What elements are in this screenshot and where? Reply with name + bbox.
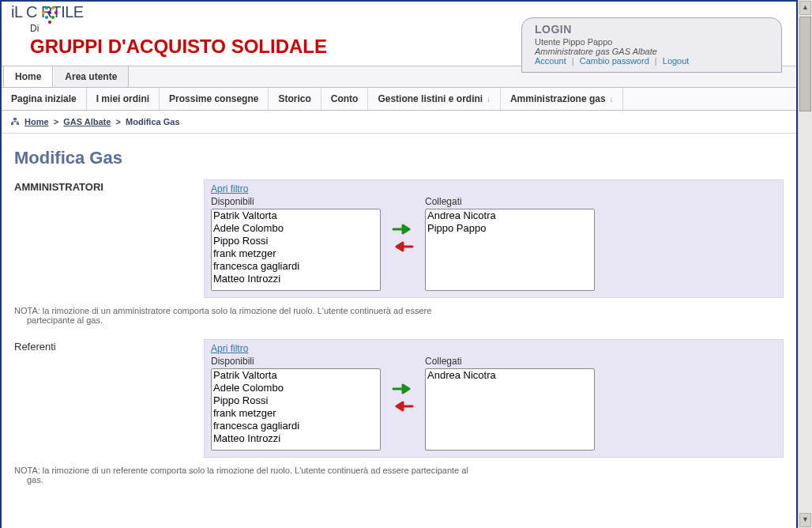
move-left-button[interactable] [392,400,414,413]
admins-linked-list[interactable]: Andrea NicotraPippo Pappo [425,209,595,291]
login-panel: LOGIN Utente Pippo Pappo Amministratore … [521,17,782,73]
crumb-gas[interactable]: GAS Albate [63,117,111,126]
subnav-miei-ordini[interactable]: I miei ordini [87,88,160,110]
refs-picker: Apri filtro Disponibili Patrik ValtortaA… [204,339,784,458]
available-label: Disponibili [211,196,381,207]
crumb-current: Modifica Gas [126,117,179,126]
logo-prefix: iL C [11,3,37,21]
open-filter-link[interactable]: Apri filtro [211,343,248,354]
refs-linked-list[interactable]: Andrea Nicotra [425,368,595,451]
login-user: Utente Pippo Pappo [535,37,772,47]
window-scrollbar[interactable]: ▲ ▼ [798,0,812,528]
tab-home[interactable]: Home [3,66,53,87]
move-right-button[interactable] [392,383,414,395]
breadcrumb: Home > GAS Albate > Modifica Gas [2,111,796,134]
admins-note: NOTA: la rimozione di un amministratore … [14,306,741,325]
svg-rect-0 [13,118,17,120]
login-heading: LOGIN [535,23,772,36]
chevron-down-icon: ↓ [484,95,491,104]
tab-area-utente[interactable]: Area utente [53,66,129,87]
subnav-gestione-listini[interactable]: Gestione listini e ordini ↓ [368,88,500,110]
account-link[interactable]: Account [535,56,566,66]
login-role: Amministratore gas GAS Albate [535,47,772,56]
svg-rect-2 [17,123,19,125]
subnav-conto[interactable]: Conto [321,88,369,110]
admins-available-list[interactable]: Patrik ValtortaAdele ColomboPippo Rossif… [211,209,381,291]
admins-picker: Apri filtro Disponibili Patrik ValtortaA… [204,179,784,298]
scroll-up-button[interactable]: ▲ [799,1,811,15]
move-left-button[interactable] [392,240,414,253]
chevron-down-icon: ↓ [607,95,614,104]
subnav-amministrazione-gas[interactable]: Amministrazione gas ↓ [501,88,623,110]
section-label-referenti: Referenti [14,339,204,353]
move-right-button[interactable] [392,223,414,236]
sitemap-icon [11,118,19,126]
logout-link[interactable]: Logout [663,56,690,66]
page-title: Modifica Gas [14,148,784,168]
open-filter-link[interactable]: Apri filtro [211,183,248,194]
section-label-admins: AMMINISTRATORI [14,179,204,193]
logo-dots-icon [37,3,41,21]
refs-note: NOTA: la rimozione di un referente compo… [14,466,741,485]
svg-rect-1 [11,123,13,125]
sub-nav: Pagina iniziale I miei ordini Prossime c… [2,88,796,111]
refs-available-list[interactable]: Patrik ValtortaAdele ColomboPippo Rossif… [211,368,381,451]
linked-label: Collegati [425,196,595,207]
scroll-thumb[interactable] [799,17,811,111]
subnav-storico[interactable]: Storico [269,88,321,110]
subnav-prossime-consegne[interactable]: Prossime consegne [160,88,269,110]
change-password-link[interactable]: Cambio password [580,56,649,66]
available-label: Disponibili [211,356,381,367]
subnav-pagina-iniziale[interactable]: Pagina iniziale [2,88,87,110]
linked-label: Collegati [425,356,595,367]
crumb-home[interactable]: Home [24,117,49,126]
scroll-down-button[interactable]: ▼ [799,513,811,527]
